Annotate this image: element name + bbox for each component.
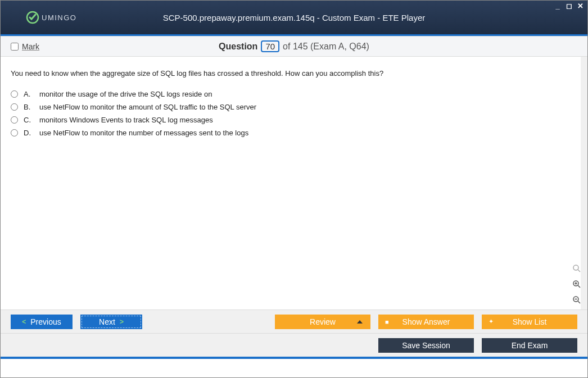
question-header: Mark Question 70 of 145 (Exam A, Q64) [1,37,587,57]
bottom-blue-bar [1,357,587,359]
show-answer-button[interactable]: ■ Show Answer [378,315,474,329]
review-button[interactable]: Review [275,315,370,329]
answer-letter: D. [24,129,34,137]
show-answer-label: Show Answer [402,317,450,326]
search-zoom-icon[interactable] [571,262,583,275]
question-number-box[interactable]: 70 [261,40,279,52]
review-label: Review [310,317,336,326]
minimize-icon[interactable]: _ [554,2,562,10]
answer-letter: A. [24,90,34,98]
chevron-right-icon: > [120,318,124,326]
session-toolbar: Save Session End Exam [1,333,587,357]
triangle-up-icon [357,320,363,324]
answer-radio[interactable] [11,116,18,124]
mark-label: Mark [22,42,39,51]
answer-option-d[interactable]: D. use NetFlow to monitor the number of … [11,129,571,137]
zoom-in-icon[interactable] [571,278,583,290]
window-title: SCP-500.prepaway.premium.exam.145q - Cus… [163,13,426,22]
end-exam-button[interactable]: End Exam [482,338,577,353]
svg-line-2 [578,270,580,272]
previous-label: Previous [30,317,61,326]
nav-toolbar: < Previous Next > Review ■ Show Answer ✦… [1,309,587,333]
save-session-button[interactable]: Save Session [378,338,474,353]
show-list-button[interactable]: ✦ Show List [482,315,577,329]
answer-text: monitors Windows Events to track SQL log… [39,116,213,124]
answer-option-c[interactable]: C. monitors Windows Events to track SQL … [11,116,571,124]
next-label: Next [99,317,115,326]
content-area: You need to know when the aggregate size… [1,57,587,309]
answer-radio[interactable] [11,103,18,111]
mark-checkbox-wrap[interactable]: Mark [11,42,39,51]
end-exam-label: End Exam [512,341,548,350]
question-text: You need to know when the aggregate size… [11,69,571,78]
question-of-total: of 145 (Exam A, Q64) [283,42,369,52]
zoom-tools [571,262,583,306]
answer-option-a[interactable]: A. monitor the usage of the drive the SQ… [11,90,571,98]
zoom-out-icon[interactable] [571,294,583,306]
next-button[interactable]: Next > [80,315,142,329]
logo-text: UMINGO [42,13,76,22]
answer-letter: B. [24,103,34,111]
answer-text: monitor the usage of the drive the SQL l… [39,90,212,98]
answer-option-b[interactable]: B. use NetFlow to monitor the amount of … [11,103,571,111]
chevron-left-icon: < [22,318,26,326]
list-icon: ✦ [489,318,494,325]
title-bar: UMINGO SCP-500.prepaway.premium.exam.145… [1,1,587,34]
answers-list: A. monitor the usage of the drive the SQ… [11,90,571,137]
window-controls: _ ◻ ✕ [554,2,584,10]
question-counter: Question 70 of 145 (Exam A, Q64) [219,40,369,52]
previous-button[interactable]: < Previous [11,315,73,329]
square-icon: ■ [385,318,389,325]
show-list-label: Show List [513,317,547,326]
close-icon[interactable]: ✕ [576,2,584,10]
maximize-icon[interactable]: ◻ [565,2,573,10]
answer-text: use NetFlow to monitor the number of mes… [39,129,248,137]
svg-line-6 [578,285,580,288]
svg-point-1 [573,265,578,270]
svg-line-9 [578,301,580,303]
save-session-label: Save Session [402,341,450,350]
answer-radio[interactable] [11,90,18,98]
app-logo: UMINGO [26,11,76,24]
mark-checkbox[interactable] [11,43,19,51]
checkmark-logo-icon [26,11,39,24]
answer-text: use NetFlow to monitor the amount of SQL… [39,103,256,111]
answer-radio[interactable] [11,129,18,136]
question-label: Question [219,42,257,52]
answer-letter: C. [24,116,34,124]
